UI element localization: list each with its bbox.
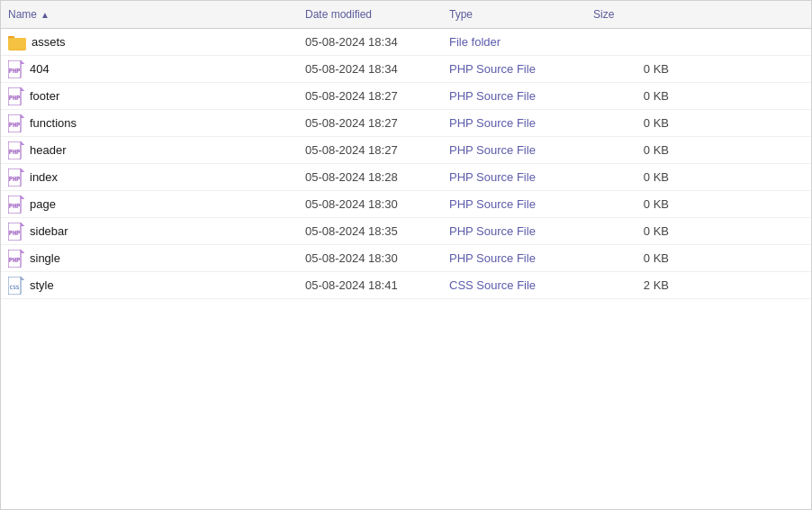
file-name-label: header: [30, 143, 66, 157]
table-row[interactable]: CSS style05-08-2024 18:41CSS Source File…: [1, 272, 811, 299]
svg-marker-38: [21, 277, 24, 280]
svg-marker-14: [21, 114, 24, 118]
php-file-icon: PHP: [8, 168, 24, 187]
file-date-cell: 05-08-2024 18:27: [298, 140, 442, 160]
file-extra-cell: [676, 93, 721, 100]
php-file-icon: PHP: [8, 196, 24, 214]
file-name-cell: assets: [1, 31, 298, 54]
file-type-cell: PHP Source File: [442, 221, 586, 241]
file-extra-cell: [676, 201, 721, 208]
php-file-icon: PHP: [8, 114, 24, 132]
file-extra-cell: [676, 147, 721, 154]
file-name-cell: PHP page: [1, 192, 298, 217]
table-row[interactable]: PHP 40405-08-2024 18:34PHP Source File0 …: [1, 56, 811, 83]
svg-marker-34: [21, 250, 24, 253]
svg-marker-18: [21, 141, 24, 145]
file-type-cell: File folder: [442, 32, 586, 52]
file-date-cell: 05-08-2024 18:28: [298, 167, 442, 187]
file-date-cell: 05-08-2024 18:27: [298, 113, 442, 133]
svg-text:CSS: CSS: [10, 284, 20, 290]
css-file-icon: CSS: [8, 277, 24, 295]
php-file-icon: PHP: [8, 87, 24, 105]
svg-text:PHP: PHP: [9, 203, 21, 210]
file-type-cell: PHP Source File: [442, 113, 586, 133]
table-row[interactable]: PHP single05-08-2024 18:30PHP Source Fil…: [1, 245, 811, 272]
column-header-date[interactable]: Date modified: [298, 5, 442, 24]
file-type-cell: PHP Source File: [442, 86, 586, 106]
column-size-label: Size: [593, 8, 614, 21]
file-size-cell: 0 KB: [586, 59, 676, 79]
svg-marker-22: [21, 168, 24, 172]
php-file-icon: PHP: [8, 223, 24, 241]
file-date-cell: 05-08-2024 18:34: [298, 32, 442, 52]
file-name-cell: PHP single: [1, 246, 298, 271]
svg-marker-6: [21, 60, 24, 64]
file-name-label: sidebar: [30, 224, 68, 238]
file-name-label: assets: [32, 35, 66, 49]
file-size-cell: 0 KB: [586, 248, 676, 269]
table-row[interactable]: PHP page05-08-2024 18:30PHP Source File0…: [1, 191, 811, 218]
file-extra-cell: [676, 255, 721, 262]
column-header-name[interactable]: Name ▲: [1, 5, 298, 24]
svg-rect-3: [8, 38, 26, 50]
file-size-cell: 0 KB: [586, 167, 676, 187]
svg-text:PHP: PHP: [9, 95, 21, 102]
file-type-cell: PHP Source File: [442, 167, 586, 187]
file-size-cell: 2 KB: [586, 275, 676, 296]
column-date-label: Date modified: [305, 8, 372, 21]
file-size-cell: 0 KB: [586, 140, 676, 160]
file-date-cell: 05-08-2024 18:30: [298, 248, 442, 269]
file-size-cell: 0 KB: [586, 113, 676, 133]
file-name-cell: PHP functions: [1, 111, 298, 136]
svg-text:PHP: PHP: [9, 122, 21, 129]
svg-text:PHP: PHP: [9, 176, 21, 183]
file-name-label: 404: [30, 62, 50, 76]
file-name-label: page: [30, 197, 56, 211]
column-name-label: Name: [8, 8, 37, 21]
table-row[interactable]: PHP index05-08-2024 18:28PHP Source File…: [1, 164, 811, 191]
svg-marker-30: [21, 223, 24, 226]
column-header-size[interactable]: Size: [586, 5, 676, 24]
file-type-cell: PHP Source File: [442, 248, 586, 269]
file-extra-cell: [676, 174, 721, 181]
file-extra-cell: [676, 120, 721, 127]
php-file-icon: PHP: [8, 250, 24, 268]
file-list: assets05-08-2024 18:34File folder PHP 40…: [1, 29, 811, 509]
sort-arrow-name: ▲: [41, 10, 50, 20]
file-size-cell: 0 KB: [586, 194, 676, 214]
file-name-cell: PHP footer: [1, 84, 298, 109]
folder-icon: [8, 34, 26, 50]
php-file-icon: PHP: [8, 141, 24, 159]
table-row[interactable]: PHP header05-08-2024 18:27PHP Source Fil…: [1, 137, 811, 164]
column-header-type[interactable]: Type: [442, 5, 586, 24]
file-date-cell: 05-08-2024 18:34: [298, 59, 442, 79]
svg-text:PHP: PHP: [9, 230, 21, 237]
table-row[interactable]: assets05-08-2024 18:34File folder: [1, 29, 811, 56]
file-type-cell: CSS Source File: [442, 275, 586, 296]
table-row[interactable]: PHP footer05-08-2024 18:27PHP Source Fil…: [1, 83, 811, 110]
file-size-cell: [586, 39, 676, 46]
file-date-cell: 05-08-2024 18:30: [298, 194, 442, 214]
file-size-cell: 0 KB: [586, 221, 676, 241]
file-name-label: index: [30, 170, 58, 184]
table-row[interactable]: PHP sidebar05-08-2024 18:35PHP Source Fi…: [1, 218, 811, 245]
svg-marker-10: [21, 87, 24, 91]
file-name-cell: PHP sidebar: [1, 219, 298, 244]
table-header: Name ▲ Date modified Type Size: [1, 1, 811, 29]
table-row[interactable]: PHP functions05-08-2024 18:27PHP Source …: [1, 110, 811, 137]
php-file-icon: PHP: [8, 60, 24, 78]
svg-marker-26: [21, 196, 24, 199]
file-size-cell: 0 KB: [586, 86, 676, 106]
file-name-cell: PHP header: [1, 138, 298, 163]
file-name-label: footer: [30, 89, 59, 103]
file-extra-cell: [676, 228, 721, 235]
column-header-extra: [676, 5, 721, 24]
file-name-label: style: [30, 278, 54, 292]
file-extra-cell: [676, 66, 721, 73]
svg-text:PHP: PHP: [9, 149, 21, 156]
file-type-cell: PHP Source File: [442, 140, 586, 160]
file-date-cell: 05-08-2024 18:27: [298, 86, 442, 106]
file-type-cell: PHP Source File: [442, 59, 586, 79]
file-type-cell: PHP Source File: [442, 194, 586, 214]
svg-text:PHP: PHP: [9, 68, 21, 75]
